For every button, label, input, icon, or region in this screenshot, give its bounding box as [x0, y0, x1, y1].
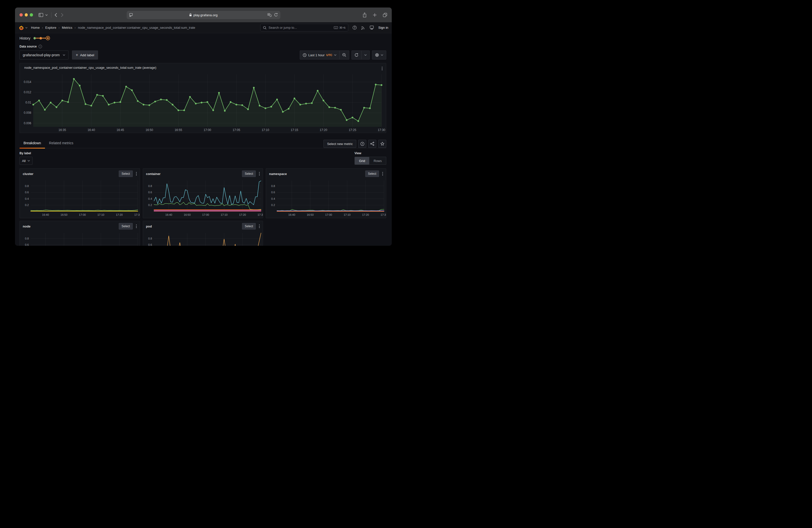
search-input[interactable] [269, 26, 332, 29]
by-label-select[interactable]: All [19, 157, 32, 165]
tab-overview-icon[interactable] [383, 13, 387, 17]
view-rows-option[interactable]: Rows [369, 157, 386, 164]
theme-monitor-icon[interactable] [369, 26, 374, 30]
news-rss-icon[interactable] [361, 26, 365, 30]
svg-text:17:25: 17:25 [349, 128, 356, 132]
breadcrumb-metrics[interactable]: Metrics [62, 26, 72, 29]
panel-title: container [146, 172, 161, 176]
forward-button[interactable] [61, 13, 63, 17]
data-source-select[interactable]: grafanacloud-play-prom [19, 50, 69, 59]
chevron-down-icon[interactable] [45, 14, 48, 16]
minimize-window-button[interactable] [25, 13, 28, 16]
svg-text:17:20: 17:20 [320, 128, 327, 132]
address-bar[interactable]: play.grafana.org [127, 11, 280, 19]
plus-icon: + [76, 53, 78, 57]
svg-text:17:20: 17:20 [362, 213, 369, 216]
explore-compass-button[interactable] [358, 140, 366, 148]
url-text: play.grafana.org [193, 13, 218, 17]
breadcrumb-explore[interactable]: Explore [45, 26, 56, 29]
svg-text:17:30: 17:30 [381, 213, 386, 216]
panel-menu-icon[interactable] [382, 172, 383, 176]
svg-text:16:50: 16:50 [60, 213, 68, 216]
select-new-metric-button[interactable]: Select new metric [323, 140, 356, 148]
tabs-bar: Breakdown Related metrics Select new met… [19, 140, 386, 148]
pod-chart[interactable]: 16:4016:5017:0017:1017:2017:300.20.40.60… [143, 231, 263, 246]
select-button[interactable]: Select [242, 223, 256, 230]
svg-text:0.4: 0.4 [25, 197, 29, 200]
new-tab-icon[interactable] [373, 13, 377, 17]
container-chart[interactable]: 16:4016:5017:0017:1017:2017:300.20.40.60… [143, 178, 263, 218]
add-label-button[interactable]: + Add label [72, 50, 98, 59]
namespace-chart[interactable]: 16:4016:5017:0017:1017:2017:300.20.40.60… [266, 178, 386, 218]
select-button[interactable]: Select [365, 171, 379, 177]
share-icon[interactable] [362, 13, 367, 17]
chevron-down-icon [334, 54, 336, 56]
svg-text:17:20: 17:20 [239, 213, 246, 216]
search-box[interactable]: ⌘+k [260, 24, 348, 31]
svg-text:16:40: 16:40 [289, 213, 295, 216]
explore-metrics-page: History Data source i grafanacloud-play-… [15, 33, 392, 246]
select-button[interactable]: Select [119, 223, 132, 230]
search-icon [263, 26, 266, 29]
history-step-icon [40, 37, 42, 40]
back-button[interactable] [55, 13, 57, 17]
breadcrumb-separator: › [42, 26, 43, 29]
node-chart[interactable]: 16:4016:5017:0017:1017:2017:300.20.40.60… [20, 231, 140, 246]
star-icon [380, 142, 385, 146]
main-metric-chart[interactable]: 16:3516:4016:4516:5016:5517:0017:0517:10… [20, 72, 386, 133]
chevron-down-icon [364, 54, 367, 56]
reload-icon[interactable] [274, 13, 278, 17]
share-link-button[interactable] [368, 140, 376, 148]
svg-text:0.006: 0.006 [24, 121, 31, 125]
cluster-chart[interactable]: 16:4016:5017:0017:1017:2017:300.20.40.60… [20, 178, 140, 218]
tab-breakdown[interactable]: Breakdown [19, 140, 45, 148]
by-label-label: By label [19, 151, 32, 155]
svg-text:0.008: 0.008 [24, 111, 31, 115]
chevron-down-icon [63, 54, 65, 56]
info-icon[interactable]: i [39, 45, 42, 48]
browser-toolbar: play.grafana.org [15, 8, 392, 22]
settings-button[interactable] [372, 51, 386, 59]
keyboard-icon [334, 26, 338, 29]
select-button[interactable]: Select [119, 171, 132, 177]
svg-text:17:00: 17:00 [203, 128, 211, 132]
help-icon[interactable] [352, 26, 357, 30]
svg-text:17:30: 17:30 [134, 213, 140, 216]
close-window-button[interactable] [19, 13, 23, 16]
time-range-picker[interactable]: Last 1 hour UTC [300, 51, 339, 59]
zoom-out-button[interactable] [339, 51, 349, 59]
svg-text:16:40: 16:40 [165, 213, 172, 216]
window-controls [19, 13, 33, 16]
panel-menu-icon[interactable] [259, 172, 260, 176]
breadcrumb-home[interactable]: Home [31, 26, 40, 29]
svg-text:0.2: 0.2 [271, 204, 275, 206]
tab-related-metrics[interactable]: Related metrics [45, 140, 77, 148]
sidebar-toggle-icon[interactable] [39, 13, 43, 17]
sign-in-link[interactable]: Sign in [378, 26, 388, 29]
svg-text:16:50: 16:50 [145, 128, 153, 132]
history-timeline[interactable] [33, 36, 50, 40]
svg-text:0.014: 0.014 [24, 80, 31, 84]
panel-menu-icon[interactable] [135, 224, 137, 229]
svg-text:17:00: 17:00 [79, 213, 86, 216]
breakdown-panel-container: container Select 16:4016:5017:0017:1017:… [143, 168, 263, 218]
svg-text:0.6: 0.6 [148, 191, 152, 194]
chevron-down-icon [28, 160, 30, 161]
panel-menu-icon[interactable] [381, 66, 383, 71]
refresh-button[interactable] [352, 51, 361, 59]
zoom-window-button[interactable] [30, 13, 33, 16]
view-grid-option[interactable]: Grid [355, 157, 369, 164]
grafana-logo[interactable] [18, 25, 28, 30]
refresh-interval-dropdown[interactable] [361, 51, 369, 59]
svg-text:0.01: 0.01 [26, 101, 31, 104]
history-step-icon [33, 37, 36, 40]
svg-text:17:00: 17:00 [325, 213, 332, 216]
panel-title: namespace [269, 172, 287, 176]
svg-text:17:00: 17:00 [202, 213, 209, 216]
panel-menu-icon[interactable] [259, 224, 260, 229]
select-button[interactable]: Select [242, 171, 256, 177]
panel-menu-icon[interactable] [135, 172, 137, 176]
panel-title: cluster [23, 172, 33, 176]
translate-icon[interactable] [267, 13, 272, 17]
favorite-star-button[interactable] [378, 140, 386, 148]
